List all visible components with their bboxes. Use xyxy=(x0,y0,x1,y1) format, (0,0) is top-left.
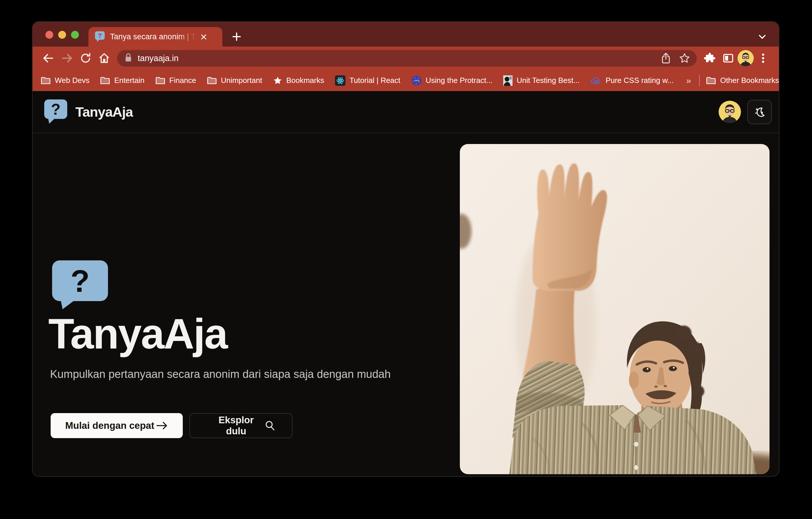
primary-cta-label: Mulai dengan cepat xyxy=(65,420,154,431)
folder-icon xyxy=(100,76,110,85)
hero-subtitle: Kumpulkan pertanyaan secara anonim dari … xyxy=(50,368,390,380)
side-panel-icon[interactable] xyxy=(720,50,736,66)
hero-photo xyxy=(460,144,770,474)
url-text: tanyaaja.in xyxy=(138,54,178,63)
search-icon xyxy=(265,420,275,431)
bookmark-label: Pure CSS rating w... xyxy=(606,76,674,85)
bookmark-label: Using the Protract... xyxy=(426,76,493,85)
active-tab[interactable]: ? Tanya secara anonim | TanyaAja xyxy=(88,27,222,47)
svg-text:?: ? xyxy=(70,263,90,299)
bookmark-tutorial-react[interactable]: Tutorial | React xyxy=(335,75,401,86)
site-brand[interactable]: TanyaAja xyxy=(76,104,133,120)
new-tab-button[interactable] xyxy=(229,29,244,44)
bookmark-label: Unit Testing Best... xyxy=(517,76,579,85)
home-icon[interactable] xyxy=(96,50,112,66)
react-icon xyxy=(335,75,345,86)
bookmark-label: Finance xyxy=(169,76,197,85)
site-user-avatar[interactable] xyxy=(719,101,741,123)
close-window-button[interactable] xyxy=(46,31,53,39)
tab-close-icon[interactable] xyxy=(198,31,209,43)
hero-cta-group: Mulai dengan cepat Eksplor dulu xyxy=(51,413,292,438)
folder-icon xyxy=(155,76,165,85)
bookmark-pure-css-rating[interactable]: Pure CSS rating w... xyxy=(590,76,674,85)
bookmark-folder-unimportant[interactable]: Unimportant xyxy=(207,76,262,85)
bookmark-using-the-protractor[interactable]: Using the Protract... xyxy=(411,75,493,86)
arrow-right-icon xyxy=(156,421,168,430)
protractor-icon xyxy=(411,75,422,86)
tab-search-chevron-icon[interactable] xyxy=(755,29,770,44)
browser-profile-avatar[interactable] xyxy=(737,50,754,66)
tab-favicon-question-bubble-icon: ? xyxy=(94,31,105,43)
moon-stars-icon xyxy=(753,105,766,119)
share-icon[interactable] xyxy=(658,50,674,66)
hero-logo-question-bubble-icon: ? xyxy=(51,260,110,311)
hero-title: TanyaAja xyxy=(48,313,227,355)
bookmark-unit-testing-best[interactable]: Unit Testing Best... xyxy=(503,75,579,86)
portrait-photo-icon xyxy=(503,75,513,86)
folder-icon xyxy=(207,76,217,85)
svg-text:?: ? xyxy=(98,32,102,39)
address-bar[interactable]: tanyaaja.in xyxy=(117,50,697,67)
web-page: ? TanyaAja xyxy=(33,91,779,476)
folder-icon xyxy=(41,76,51,85)
minimize-window-button[interactable] xyxy=(58,31,66,39)
forward-icon[interactable] xyxy=(59,50,75,66)
bookmark-folder-finance[interactable]: Finance xyxy=(155,76,197,85)
browser-window: ? Tanya secara anonim | TanyaAja xyxy=(33,22,779,476)
bookmarks-bar: Web Devs Entertain Finance Unimportant B… xyxy=(33,70,779,91)
extensions-puzzle-icon[interactable] xyxy=(702,50,717,66)
site-logo-question-bubble-icon[interactable]: ? xyxy=(42,99,69,125)
kebab-menu-icon[interactable] xyxy=(755,50,771,66)
bookmark-label: Web Devs xyxy=(55,76,89,85)
bookmarks-overflow-chevron[interactable]: » xyxy=(685,75,693,86)
lock-icon xyxy=(124,53,133,64)
svg-text:?: ? xyxy=(51,101,61,118)
other-bookmarks-label: Other Bookmarks xyxy=(720,76,779,85)
browser-toolbar: tanyaaja.in xyxy=(33,47,779,70)
secondary-cta-label: Eksplor dulu xyxy=(207,415,265,437)
bookmark-label: Entertain xyxy=(114,76,144,85)
bookmarks-divider xyxy=(699,75,700,86)
tab-title: Tanya secara anonim | TanyaAja xyxy=(110,32,197,41)
traffic-lights xyxy=(46,31,79,39)
secondary-cta-button[interactable]: Eksplor dulu xyxy=(190,413,292,438)
bookmark-bookmarks[interactable]: Bookmarks xyxy=(273,76,324,85)
reload-icon[interactable] xyxy=(78,50,93,66)
cloud-icon xyxy=(590,76,602,85)
maximize-window-button[interactable] xyxy=(71,31,79,39)
bookmark-label: Unimportant xyxy=(221,76,262,85)
dark-mode-toggle[interactable] xyxy=(747,100,772,124)
folder-icon xyxy=(706,76,716,85)
primary-cta-button[interactable]: Mulai dengan cepat xyxy=(51,413,183,438)
star-icon xyxy=(273,76,282,85)
tab-strip: ? Tanya secara anonim | TanyaAja xyxy=(33,22,779,47)
bookmark-folder-entertain[interactable]: Entertain xyxy=(100,76,144,85)
bookmark-label: Bookmarks xyxy=(286,76,324,85)
bookmark-folder-web-devs[interactable]: Web Devs xyxy=(41,76,89,85)
back-icon[interactable] xyxy=(40,50,56,66)
other-bookmarks-folder[interactable]: Other Bookmarks xyxy=(706,76,779,85)
bookmark-star-icon[interactable] xyxy=(677,50,692,66)
site-header: ? TanyaAja xyxy=(33,91,779,133)
bookmark-label: Tutorial | React xyxy=(350,76,401,85)
